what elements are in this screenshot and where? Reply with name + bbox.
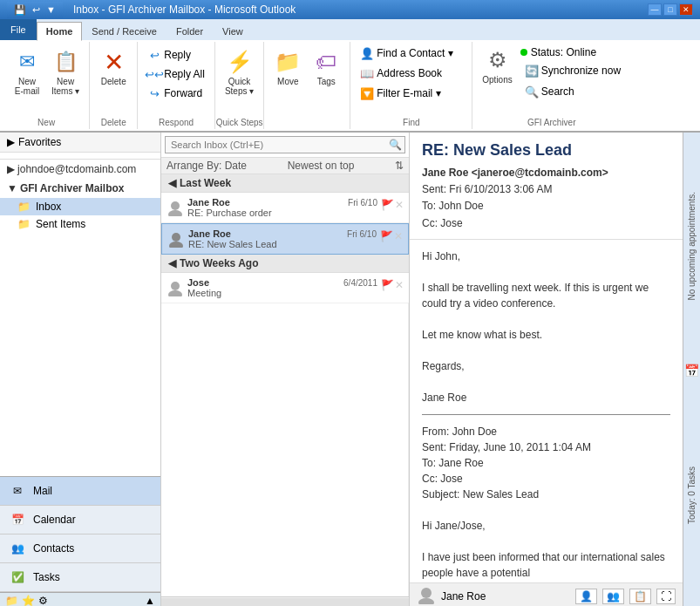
new-group-label: New bbox=[3, 118, 89, 127]
new-email-icon: ✉ bbox=[13, 48, 41, 76]
group-header-last-week: ◀ Last Week bbox=[161, 174, 409, 193]
sidebar-item-inbox[interactable]: 📁 Inbox bbox=[0, 198, 160, 215]
sidebar-mailbox[interactable]: ▼ GFI Archiver Mailbox bbox=[0, 179, 160, 198]
email-item-meeting[interactable]: Jose 6/4/2011 Meeting 🚩 ✕ bbox=[161, 273, 409, 303]
account-arrow: ▶ bbox=[7, 163, 15, 175]
maximize-button[interactable]: □ bbox=[663, 3, 677, 16]
subject-sales-lead: RE: New Sales Lead bbox=[188, 239, 377, 249]
reply-button[interactable]: ↩ Reply bbox=[143, 45, 209, 65]
find-contact-button[interactable]: 👤 Find a Contact ▾ bbox=[356, 44, 466, 63]
reply-all-button[interactable]: ↩↩ Reply All bbox=[143, 65, 209, 84]
footer-btn-2[interactable]: 👥 bbox=[602, 589, 624, 604]
minimize-button[interactable]: — bbox=[648, 3, 662, 16]
sort-label[interactable]: Newest on top bbox=[288, 160, 355, 172]
svg-point-4 bbox=[171, 282, 180, 290]
gfi-search-label: Search bbox=[541, 85, 574, 98]
reply-all-label: Reply All bbox=[164, 68, 205, 80]
email-item-purchase-order[interactable]: Jane Roe Fri 6/10 RE: Purchase order 🚩 ✕ bbox=[161, 193, 409, 223]
quoted-subject: Subject: New Sales Lead bbox=[422, 487, 670, 502]
body-hi-john: Hi John, bbox=[422, 249, 670, 264]
forward-button[interactable]: ↪ Forward bbox=[143, 84, 209, 103]
reading-pane: RE: New Sales Lead Jane Roe <janeroe@tcd… bbox=[410, 133, 683, 606]
sidebar-account[interactable]: ▶ johndoe@tcdomainb.com bbox=[0, 160, 160, 179]
nav-bottom-icons: 📁 ⭐ ⚙ bbox=[5, 595, 48, 606]
quick-steps-button[interactable]: ⚡ QuickSteps ▾ bbox=[221, 45, 258, 99]
flag-icon-2[interactable]: 🚩 bbox=[380, 230, 393, 242]
body-jane-roe: Jane Roe bbox=[422, 390, 670, 405]
arrange-label[interactable]: Arrange By: Date bbox=[167, 160, 247, 172]
sidebar-favorites[interactable]: ▶ Favorites bbox=[0, 133, 160, 153]
nav-shortcuts-icon[interactable]: ⭐ bbox=[22, 595, 35, 606]
search-input[interactable] bbox=[165, 136, 405, 153]
options-button[interactable]: ⚙ Options bbox=[478, 44, 516, 87]
close-button[interactable]: ✕ bbox=[679, 3, 693, 16]
nav-tasks[interactable]: ✅ Tasks bbox=[0, 563, 160, 592]
synchronize-button[interactable]: 🔄 Synchronize now bbox=[520, 61, 625, 80]
nav-folder-icon[interactable]: 📁 bbox=[5, 595, 18, 606]
nav-contacts[interactable]: 👥 Contacts bbox=[0, 535, 160, 563]
nav-mail[interactable]: ✉ Mail bbox=[0, 477, 160, 506]
filter-email-icon: 🔽 bbox=[360, 86, 374, 100]
reading-sent: Sent: Fri 6/10/2013 3:06 AM bbox=[422, 181, 670, 198]
email-info-sales-lead: Jane Roe Fri 6/10 RE: New Sales Lead bbox=[188, 228, 377, 249]
search-icon: 🔍 bbox=[389, 139, 402, 151]
svg-point-0 bbox=[171, 201, 180, 210]
mail-nav-label: Mail bbox=[33, 485, 52, 497]
svg-point-5 bbox=[168, 290, 182, 296]
new-email-button[interactable]: ✉ NewE-mail bbox=[9, 45, 45, 99]
svg-point-3 bbox=[169, 242, 183, 248]
qa-undo[interactable]: ↩ bbox=[31, 3, 42, 17]
sidebar-item-sent[interactable]: 📁 Sent Items bbox=[0, 215, 160, 233]
sidebar-nav: ✉ Mail 📅 Calendar 👥 Contacts ✅ Tasks bbox=[0, 476, 160, 592]
svg-point-7 bbox=[418, 598, 434, 604]
contacts-nav-icon: 👥 bbox=[9, 540, 26, 557]
footer-btn-3[interactable]: 📋 bbox=[629, 589, 651, 604]
tab-view[interactable]: View bbox=[213, 21, 253, 40]
new-email-label: NewE-mail bbox=[15, 77, 39, 96]
email-info-purchase-order: Jane Roe Fri 6/10 RE: Purchase order bbox=[187, 197, 377, 218]
tab-home[interactable]: Home bbox=[37, 22, 83, 41]
move-button[interactable]: 📁 Move bbox=[269, 45, 306, 89]
tasks-nav-icon: ✅ bbox=[9, 569, 26, 586]
email-item-sales-lead[interactable]: Jane Roe Fri 6/10 RE: New Sales Lead 🚩 ✕ bbox=[161, 223, 409, 255]
delete-button[interactable]: ✕ Delete bbox=[95, 45, 132, 89]
options-label: Options bbox=[482, 75, 512, 85]
flag-icon-1[interactable]: 🚩 bbox=[381, 199, 394, 211]
find-group-label: Find bbox=[350, 118, 472, 127]
delete-icon-1[interactable]: ✕ bbox=[395, 199, 404, 211]
delete-group-label: Delete bbox=[90, 118, 137, 127]
forward-icon: ↪ bbox=[147, 86, 161, 100]
right-panel-appointments: No upcoming appointments. bbox=[685, 185, 698, 308]
tab-folder[interactable]: Folder bbox=[167, 21, 213, 40]
nav-configure-icon[interactable]: ▲ bbox=[145, 595, 155, 606]
tab-send-receive[interactable]: Send / Receive bbox=[82, 21, 167, 40]
filter-email-button[interactable]: 🔽 Filter E-mail ▾ bbox=[356, 84, 466, 103]
sender-jane-roe-2: Jane Roe bbox=[188, 228, 231, 239]
footer-expand[interactable]: ⛶ bbox=[656, 589, 676, 604]
delete-group-content: ✕ Delete bbox=[95, 44, 132, 127]
address-book-button[interactable]: 📖 Address Book bbox=[356, 64, 466, 83]
sync-icon: 🔄 bbox=[525, 64, 539, 78]
email-actions-3: 🚩 ✕ bbox=[381, 279, 404, 291]
delete-icon-2[interactable]: ✕ bbox=[394, 230, 403, 242]
gfi-search-button[interactable]: 🔍 Search bbox=[520, 82, 625, 101]
delete-icon-3[interactable]: ✕ bbox=[395, 279, 404, 291]
quick-steps-icon: ⚡ bbox=[226, 48, 254, 76]
email-info-meeting: Jose 6/4/2011 Meeting bbox=[187, 277, 377, 298]
sync-label: Synchronize now bbox=[541, 65, 621, 77]
new-items-button[interactable]: 📋 NewItems ▾ bbox=[47, 45, 84, 99]
address-book-icon: 📖 bbox=[360, 66, 374, 80]
nav-settings-icon[interactable]: ⚙ bbox=[38, 595, 48, 606]
qa-dropdown[interactable]: ▼ bbox=[44, 3, 58, 16]
footer-btn-1[interactable]: 👤 bbox=[575, 589, 597, 604]
flag-icon-3[interactable]: 🚩 bbox=[381, 279, 394, 291]
calendar-mini-icon: 📅 bbox=[684, 364, 699, 378]
tags-button[interactable]: 🏷 Tags bbox=[308, 45, 344, 89]
qa-save[interactable]: 💾 bbox=[12, 3, 28, 17]
email-list-scrollbar[interactable] bbox=[161, 598, 409, 607]
ribbon-group-quicksteps: ⚡ QuickSteps ▾ Quick Steps bbox=[215, 42, 264, 129]
tab-file[interactable]: File bbox=[0, 19, 37, 40]
email-header-1: Jane Roe Fri 6/10 bbox=[187, 197, 377, 208]
move-group-content: 📁 Move 🏷 Tags bbox=[269, 44, 344, 127]
nav-calendar[interactable]: 📅 Calendar bbox=[0, 506, 160, 535]
